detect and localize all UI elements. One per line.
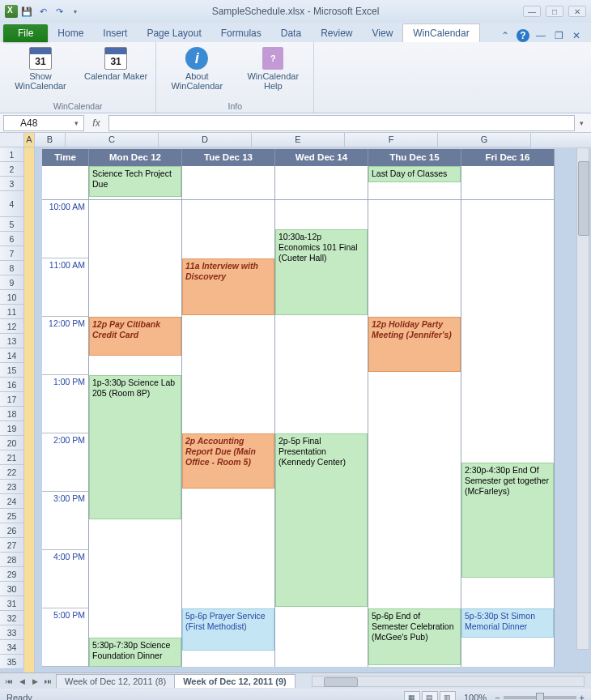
zoom-out-icon[interactable]: − [495, 693, 500, 700]
row-header[interactable]: 17 [0, 392, 24, 407]
row-header[interactable]: 6 [0, 232, 24, 246]
row-header[interactable]: 8 [0, 261, 24, 275]
vertical-scrollbar[interactable] [576, 147, 589, 650]
tab-data[interactable]: Data [271, 24, 311, 42]
event-tue-11a[interactable]: 11a Interview with Discovery [182, 258, 274, 315]
row-header[interactable]: 35 [0, 655, 24, 669]
row-header[interactable]: 24 [0, 494, 24, 509]
row-header[interactable]: 15 [0, 363, 24, 378]
workbook-minimize-icon[interactable]: — [534, 29, 547, 42]
sheet-tab-current[interactable]: Week of Dec 12, 2011 (9) [174, 674, 296, 688]
view-page-break-icon[interactable]: ▥ [440, 691, 456, 700]
row-header[interactable]: 29 [0, 567, 24, 582]
event-wed-2p[interactable]: 2p-5p Final Presentation (Kennedy Center… [275, 433, 368, 607]
row-header[interactable]: 3 [0, 177, 24, 191]
event-mon-1p[interactable]: 1p-3:30p Science Lab 205 (Room 8P) [89, 375, 181, 519]
row-header[interactable]: 12 [0, 319, 24, 334]
col-header-b[interactable]: B [35, 133, 66, 147]
row-header[interactable]: 18 [0, 407, 24, 421]
event-tue-5p[interactable]: 5p-6p Prayer Service (First Methodist) [182, 608, 274, 651]
tab-wincalendar[interactable]: WinCalendar [402, 23, 479, 42]
minimize-button[interactable]: — [523, 6, 541, 17]
minimize-ribbon-icon[interactable]: ⌃ [499, 29, 512, 42]
row-header[interactable]: 27 [0, 538, 24, 553]
sheet-last-icon[interactable]: ⏭ [42, 677, 53, 685]
formula-expand-icon[interactable]: ▾ [575, 119, 588, 127]
row-header[interactable]: 33 [0, 625, 24, 640]
workbook-close-icon[interactable]: ✕ [570, 29, 583, 42]
row-header[interactable]: 16 [0, 378, 24, 392]
name-box[interactable]: A48 [3, 115, 84, 131]
wincalendar-help-button[interactable]: ? WinCalendar Help [240, 45, 305, 91]
event-mon-allday[interactable]: Science Tech Project Due [89, 166, 181, 197]
row-header[interactable]: 30 [0, 582, 24, 596]
event-mon-530[interactable]: 5:30p-7:30p Science Foundation Dinner [89, 638, 181, 667]
sheet-next-icon[interactable]: ▶ [29, 677, 40, 685]
row-header[interactable]: 28 [0, 553, 24, 567]
sheet-first-icon[interactable]: ⏮ [3, 677, 15, 685]
horizontal-scrollbar[interactable] [312, 676, 585, 687]
event-mon-12p[interactable]: 12p Pay Citibank Credit Card [89, 317, 181, 356]
view-page-layout-icon[interactable]: ▤ [422, 691, 438, 700]
close-button[interactable]: ✕ [568, 6, 586, 17]
tab-file[interactable]: File [3, 24, 48, 42]
row-header[interactable]: 14 [0, 348, 24, 363]
row-header[interactable]: 20 [0, 436, 24, 450]
row-header[interactable]: 34 [0, 640, 24, 655]
event-tue-2p[interactable]: 2p Accounting Report Due (Main Office - … [182, 433, 274, 489]
workbook-restore-icon[interactable]: ❐ [552, 29, 565, 42]
row-header[interactable]: 21 [0, 450, 24, 465]
col-header-d[interactable]: D [159, 133, 252, 147]
save-icon[interactable]: 💾 [19, 4, 34, 19]
tab-view[interactable]: View [363, 24, 403, 42]
event-fri-5p[interactable]: 5p-5:30p St Simon Memorial Dinner [461, 608, 554, 638]
row-header[interactable]: 7 [0, 246, 24, 261]
row-header[interactable]: 4 [0, 191, 24, 217]
tab-page-layout[interactable]: Page Layout [137, 24, 210, 42]
row-header[interactable]: 5 [0, 217, 24, 232]
row-header[interactable]: 1 [0, 147, 24, 162]
about-wincalendar-button[interactable]: i About WinCalendar [164, 45, 229, 91]
col-header-c[interactable]: C [66, 133, 159, 147]
maximize-button[interactable]: □ [546, 6, 563, 17]
help-icon[interactable]: ? [517, 29, 529, 42]
row-header[interactable]: 32 [0, 611, 24, 625]
excel-icon[interactable] [5, 5, 18, 18]
tab-home[interactable]: Home [48, 24, 93, 42]
row-header[interactable]: 13 [0, 334, 24, 348]
view-normal-icon[interactable]: ▦ [404, 691, 420, 700]
row-header[interactable]: 31 [0, 596, 24, 611]
tab-review[interactable]: Review [311, 24, 362, 42]
col-header-f[interactable]: F [345, 133, 438, 147]
row-header[interactable]: 2 [0, 162, 24, 177]
row-header[interactable]: 26 [0, 523, 24, 538]
zoom-slider[interactable]: − + [495, 693, 585, 700]
col-header-a[interactable]: A [24, 133, 35, 147]
row-header[interactable]: 23 [0, 480, 24, 494]
col-header-e[interactable]: E [252, 133, 345, 147]
col-header-g[interactable]: G [438, 133, 531, 147]
row-header[interactable]: 9 [0, 275, 24, 290]
calendar-maker-button[interactable]: 31 Calendar Maker [84, 45, 147, 81]
undo-icon[interactable]: ↶ [36, 4, 50, 19]
redo-icon[interactable]: ↷ [52, 4, 66, 19]
event-thu-5p[interactable]: 5p-6p End of Semester Celebration (McGee… [368, 608, 461, 665]
sheet-prev-icon[interactable]: ◀ [16, 677, 28, 685]
row-header[interactable]: 11 [0, 305, 24, 319]
formula-input[interactable] [108, 115, 575, 131]
tab-insert[interactable]: Insert [93, 24, 137, 42]
zoom-in-icon[interactable]: + [580, 693, 585, 700]
event-thu-12p[interactable]: 12p Holiday Party Meeting (Jennifer's) [368, 317, 461, 372]
event-fri-230[interactable]: 2:30p-4:30p End Of Semester get together… [461, 463, 554, 578]
row-header[interactable]: 10 [0, 290, 24, 305]
show-wincalendar-button[interactable]: 31 Show WinCalendar [8, 45, 73, 91]
event-wed-1030[interactable]: 10:30a-12p Economics 101 Final (Cueter H… [275, 229, 368, 315]
select-all-corner[interactable] [0, 133, 24, 147]
event-thu-allday[interactable]: Last Day of Classes [368, 166, 461, 182]
row-header[interactable]: 25 [0, 509, 24, 523]
worksheet-area[interactable]: 1 2 3 4 5 6 7 8 9 10 11 12 13 14 15 16 1… [0, 147, 591, 672]
zoom-bar[interactable] [504, 696, 576, 699]
row-header[interactable]: 22 [0, 465, 24, 480]
sheet-tab-prev[interactable]: Week of Dec 12, 2011 (8) [56, 674, 175, 688]
qat-dropdown-icon[interactable]: ▾ [68, 4, 83, 19]
